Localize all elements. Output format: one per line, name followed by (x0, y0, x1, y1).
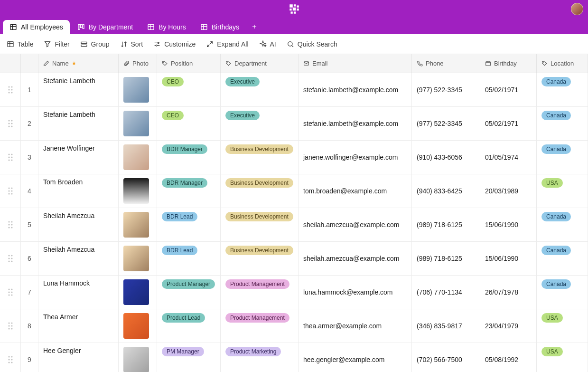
cell-name[interactable]: Stefanie Lambeth (38, 73, 119, 106)
cell-birthday[interactable]: 20/03/1989 (480, 174, 537, 208)
drag-handle[interactable] (0, 309, 21, 343)
cell-name[interactable]: Tom Broaden (38, 174, 119, 208)
add-tab-button[interactable] (247, 19, 262, 34)
col-header-photo[interactable]: Photo (119, 54, 157, 73)
cell-location[interactable]: Canada (537, 73, 588, 106)
cell-phone[interactable]: (977) 522-3345 (412, 107, 480, 140)
cell-name[interactable]: Thea Armer (38, 309, 119, 343)
user-avatar[interactable] (571, 3, 583, 15)
cell-photo[interactable] (119, 309, 157, 343)
col-header-birthday[interactable]: Birthday (480, 54, 537, 73)
cell-phone[interactable]: (940) 833-6425 (412, 174, 480, 208)
sort-button[interactable]: Sort (120, 40, 143, 48)
cell-phone[interactable]: (977) 522-3345 (412, 73, 480, 106)
cell-birthday[interactable]: 26/07/1978 (480, 276, 537, 309)
cell-email[interactable]: sheilah.amezcua@example.com (299, 242, 412, 275)
cell-photo[interactable] (119, 174, 157, 208)
group-button[interactable]: Group (80, 40, 110, 48)
table-row[interactable]: 5Sheilah AmezcuaBDR LeadBusiness Develop… (0, 208, 588, 242)
expand-all-button[interactable]: Expand All (206, 40, 248, 48)
cell-location[interactable]: Canada (537, 276, 588, 309)
cell-position[interactable]: CEO (157, 107, 221, 140)
cell-position[interactable]: Product Lead (157, 309, 221, 343)
cell-location[interactable]: Canada (537, 141, 588, 174)
cell-phone[interactable]: (702) 566-7500 (412, 343, 480, 372)
table-row[interactable]: 8Thea ArmerProduct LeadProduct Managemen… (0, 309, 588, 343)
cell-email[interactable]: luna.hammock@example.com (299, 276, 412, 309)
table-row[interactable]: 7Luna HammockProduct ManagerProduct Mana… (0, 276, 588, 309)
employees-grid[interactable]: Name ★ Photo Position Department Email (0, 54, 588, 372)
col-header-phone[interactable]: Phone (412, 54, 480, 73)
drag-handle[interactable] (0, 208, 21, 241)
cell-name[interactable]: Stefanie Lambeth (38, 107, 119, 140)
drag-handle[interactable] (0, 276, 21, 309)
col-header-location[interactable]: Location (537, 54, 588, 73)
tab-birthdays[interactable]: Birthdays (194, 20, 246, 34)
cell-email[interactable]: janene.wolfinger@example.com (299, 141, 412, 174)
drag-handle[interactable] (0, 174, 21, 208)
cell-location[interactable]: Canada (537, 242, 588, 275)
col-header-department[interactable]: Department (221, 54, 299, 73)
cell-photo[interactable] (119, 73, 157, 106)
cell-name[interactable]: Janene Wolfinger (38, 141, 119, 174)
table-row[interactable]: 6Sheilah AmezcuaBDR LeadBusiness Develop… (0, 242, 588, 276)
drag-handle[interactable] (0, 343, 21, 372)
table-button[interactable]: Table (7, 40, 33, 48)
cell-photo[interactable] (119, 141, 157, 174)
quick-search-button[interactable]: Quick Search (287, 40, 337, 48)
cell-department[interactable]: Product Management (221, 309, 299, 343)
table-row[interactable]: 2Stefanie LambethCEOExecutivestefanie.la… (0, 107, 588, 141)
cell-photo[interactable] (119, 208, 157, 241)
cell-position[interactable]: PM Manager (157, 343, 221, 372)
drag-handle[interactable] (0, 141, 21, 174)
cell-email[interactable]: stefanie.lambeth@example.com (299, 107, 412, 140)
cell-name[interactable]: Sheilah Amezcua (38, 208, 119, 241)
cell-location[interactable]: USA (537, 343, 588, 372)
drag-handle[interactable] (0, 107, 21, 140)
cell-department[interactable]: Product Management (221, 276, 299, 309)
cell-email[interactable]: thea.armer@example.com (299, 309, 412, 343)
cell-photo[interactable] (119, 242, 157, 275)
cell-birthday[interactable]: 15/06/1990 (480, 242, 537, 275)
cell-department[interactable]: Product Marketing (221, 343, 299, 372)
table-row[interactable]: 3Janene WolfingerBDR ManagerBusiness Dev… (0, 141, 588, 174)
cell-location[interactable]: USA (537, 174, 588, 208)
cell-position[interactable]: Product Manager (157, 276, 221, 309)
customize-button[interactable]: Customize (153, 40, 196, 48)
cell-position[interactable]: BDR Manager (157, 174, 221, 208)
table-row[interactable]: 9Hee GenglerPM ManagerProduct Marketingh… (0, 343, 588, 372)
cell-department[interactable]: Executive (221, 73, 299, 106)
cell-email[interactable]: hee.gengler@example.com (299, 343, 412, 372)
filter-button[interactable]: Filter (44, 40, 69, 48)
tab-by-hours[interactable]: By Hours (140, 20, 193, 34)
cell-location[interactable]: Canada (537, 208, 588, 241)
cell-phone[interactable]: (706) 770-1134 (412, 276, 480, 309)
cell-department[interactable]: Executive (221, 107, 299, 140)
cell-birthday[interactable]: 05/02/1971 (480, 107, 537, 140)
tab-all-employees[interactable]: All Employees (3, 20, 70, 34)
cell-department[interactable]: Business Development (221, 208, 299, 241)
col-header-email[interactable]: Email (299, 54, 412, 73)
cell-birthday[interactable]: 15/06/1990 (480, 208, 537, 241)
cell-department[interactable]: Business Development (221, 242, 299, 275)
cell-birthday[interactable]: 05/02/1971 (480, 73, 537, 106)
cell-email[interactable]: sheilah.amezcua@example.com (299, 208, 412, 241)
cell-photo[interactable] (119, 343, 157, 372)
drag-handle[interactable] (0, 242, 21, 275)
col-header-name[interactable]: Name ★ (38, 54, 119, 73)
cell-position[interactable]: CEO (157, 73, 221, 106)
cell-phone[interactable]: (989) 718-6125 (412, 208, 480, 241)
cell-email[interactable]: stefanie.lambeth@example.com (299, 73, 412, 106)
table-row[interactable]: 1Stefanie LambethCEOExecutivestefanie.la… (0, 73, 588, 107)
cell-location[interactable]: USA (537, 309, 588, 343)
cell-phone[interactable]: (910) 433-6056 (412, 141, 480, 174)
col-header-position[interactable]: Position (157, 54, 221, 73)
cell-name[interactable]: Sheilah Amezcua (38, 242, 119, 275)
cell-birthday[interactable]: 01/05/1974 (480, 141, 537, 174)
cell-location[interactable]: Canada (537, 107, 588, 140)
tab-by-department[interactable]: By Department (71, 20, 140, 34)
cell-name[interactable]: Hee Gengler (38, 343, 119, 372)
cell-department[interactable]: Business Development (221, 141, 299, 174)
cell-email[interactable]: tom.broaden@example.com (299, 174, 412, 208)
cell-position[interactable]: BDR Lead (157, 208, 221, 241)
